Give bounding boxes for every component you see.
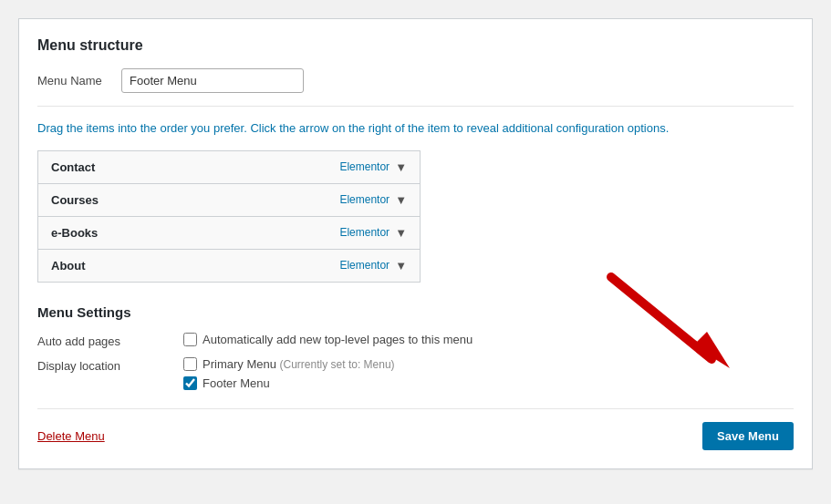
menu-item-tag: Elementor <box>339 193 390 206</box>
menu-item-right: Elementor ▼ <box>339 193 407 207</box>
location-checkbox[interactable] <box>183 376 197 390</box>
menu-item-tag: Elementor <box>339 160 390 173</box>
menu-name-label: Menu Name <box>37 74 110 87</box>
location-checkbox-row: Footer Menu <box>183 376 395 390</box>
auto-add-checkbox-label[interactable]: Automatically add new top-level pages to… <box>203 333 473 346</box>
display-location-row: Display location Primary Menu (Currently… <box>37 357 794 390</box>
location-note: (Currently set to: Menu) <box>280 358 395 371</box>
menu-item-name: Contact <box>51 160 95 174</box>
location-label[interactable]: Footer Menu <box>203 376 270 390</box>
auto-add-row: Auto add pages Automatically add new top… <box>37 333 794 348</box>
menu-item-name: Courses <box>51 193 99 207</box>
display-location-label: Display location <box>37 357 183 373</box>
menu-item-tag: Elementor <box>339 226 390 239</box>
drag-text-3: on the right of the item <box>332 121 450 135</box>
menu-item-right: Elementor ▼ <box>339 259 407 273</box>
drag-text-2: . Click the arrow <box>244 121 332 135</box>
menu-item-expand-arrow[interactable]: ▼ <box>395 226 407 240</box>
menu-item-right: Elementor ▼ <box>339 226 407 240</box>
menu-item-row[interactable]: About Elementor ▼ <box>37 249 421 283</box>
auto-add-checkbox[interactable] <box>183 333 197 346</box>
menu-item-name: e-Books <box>51 226 98 240</box>
drag-text-4: to reveal additional configuration optio… <box>450 121 669 135</box>
menu-settings-title: Menu Settings <box>37 304 794 320</box>
menu-name-input[interactable] <box>121 68 304 93</box>
drag-prefer: prefer <box>213 121 244 135</box>
page-title: Menu structure <box>37 37 794 54</box>
display-location-content: Primary Menu (Currently set to: Menu) Fo… <box>183 357 395 390</box>
menu-name-row: Menu Name <box>37 68 794 107</box>
location-checkbox[interactable] <box>183 357 197 371</box>
delete-menu-link[interactable]: Delete Menu <box>37 429 105 443</box>
location-label[interactable]: Primary Menu (Currently set to: Menu) <box>203 357 395 371</box>
menu-item-row[interactable]: Contact Elementor ▼ <box>37 150 421 183</box>
menu-item-right: Elementor ▼ <box>339 160 407 174</box>
menu-item-name: About <box>51 259 86 273</box>
auto-add-content: Automatically add new top-level pages to… <box>183 333 473 346</box>
menu-structure-card: Menu structure Menu Name Drag the items … <box>18 18 813 469</box>
menu-item-row[interactable]: e-Books Elementor ▼ <box>37 216 421 249</box>
auto-add-checkbox-row: Automatically add new top-level pages to… <box>183 333 473 346</box>
location-checkbox-row: Primary Menu (Currently set to: Menu) <box>183 357 395 371</box>
menu-items-list: Contact Elementor ▼ Courses Elementor ▼ … <box>37 150 421 283</box>
menu-item-tag: Elementor <box>339 259 390 272</box>
menu-item-expand-arrow[interactable]: ▼ <box>395 160 407 174</box>
save-menu-button[interactable]: Save Menu <box>702 422 794 450</box>
auto-add-label: Auto add pages <box>37 333 183 348</box>
footer-row: Delete Menu Save Menu <box>37 408 794 450</box>
drag-text-1: Drag the items into the order you <box>37 121 213 135</box>
menu-item-expand-arrow[interactable]: ▼ <box>395 259 407 273</box>
menu-item-expand-arrow[interactable]: ▼ <box>395 193 407 207</box>
menu-item-row[interactable]: Courses Elementor ▼ <box>37 183 421 216</box>
drag-instruction: Drag the items into the order you prefer… <box>37 119 794 138</box>
